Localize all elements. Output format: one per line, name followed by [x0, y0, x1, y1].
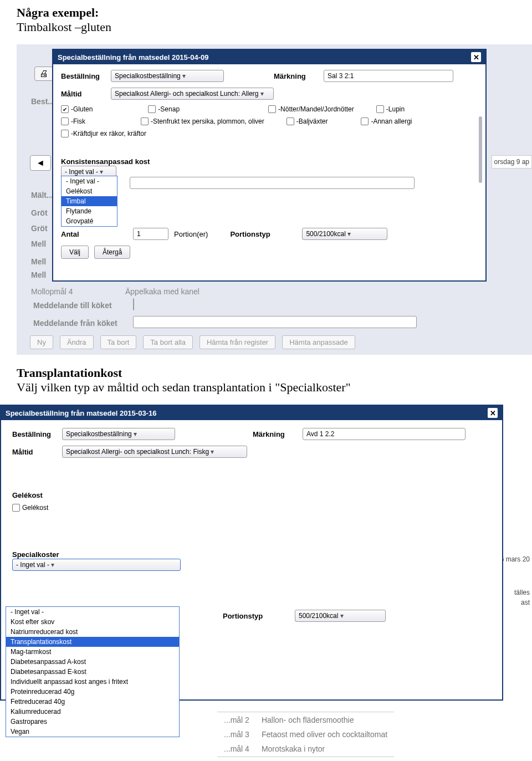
modal1-markning-label: Märkning [274, 72, 318, 80]
modal2-title: Specialbeställning från matsedel 2015-03… [6, 409, 156, 417]
modal1-close-icon[interactable]: ✕ [471, 52, 481, 62]
modal2-specialkoster-dropdown[interactable]: - Inget val - Kost efter skov Natriumred… [6, 606, 180, 737]
modal1-free-text[interactable] [130, 177, 415, 189]
cb-annan-allergi[interactable]: -Annan allergi [361, 118, 412, 125]
modal1-konsistens-label: Konsistensanpassad kost [61, 157, 478, 166]
modal2-ptyp-label: Portionstyp [223, 612, 267, 620]
bg-from-kitchen-input[interactable] [133, 316, 417, 328]
modal1-portion-unit: Portion(er) [174, 230, 208, 238]
modal2-ptyp-select[interactable]: 500/2100kcal [295, 610, 386, 622]
bg-btn-ny[interactable]: Ny [30, 335, 53, 349]
special-opt-2[interactable]: Natriumreducerad kost [6, 627, 179, 637]
modal1-bestallning-label: Beställning [61, 72, 105, 80]
screenshot-2-area: 16 mars 20 tälles ast ...mål 2Hallon- oc… [0, 405, 532, 761]
special-opt-10[interactable]: Kaliumreducerad [6, 707, 179, 717]
modal2-gelekost-section: Gelékost [12, 491, 491, 499]
special-opt-12[interactable]: Vegan [6, 727, 179, 737]
modal1-ptyp-label: Portionstyp [230, 230, 274, 238]
konsist-opt-0[interactable]: - Inget val - [62, 176, 117, 186]
cb-notter[interactable]: -Nötter/Mandel/Jordnötter [268, 105, 354, 113]
special-opt-11[interactable]: Gastropares [6, 717, 179, 727]
modal1-checkbox-row-1: ✔-Gluten -Senap -Nötter/Mandel/Jordnötte… [61, 105, 478, 113]
special-opt-7[interactable]: Individuellt anpassad kost anges i frite… [6, 677, 179, 687]
bg-row-malt: Mält... [31, 191, 53, 200]
bg-row-grot1: Gröt [31, 208, 48, 217]
bg-meal4-val: Äppelkaka med kanel [125, 287, 200, 296]
bg-row-mell3: Mell [31, 270, 46, 279]
bg-to-kitchen-input[interactable] [133, 298, 134, 310]
table-row: ...mål 2Hallon- och flädersmoothie [218, 713, 393, 727]
modal1-checkbox-row-3: -Kräftdjur ex räkor, kräftor [61, 130, 478, 137]
modal1-aterga-button[interactable]: Återgå [94, 246, 130, 259]
modal2-close-icon[interactable]: ✕ [488, 408, 498, 418]
modal2-markning-label: Märkning [253, 430, 297, 438]
modal1-markning-input[interactable]: Sal 3 2:1 [324, 70, 453, 82]
konsist-opt-3[interactable]: Flytande [62, 206, 117, 216]
modal1-bestallning-select[interactable]: Specialkostbeställning [111, 70, 224, 82]
bg-btn-tabortalla[interactable]: Ta bort alla [143, 335, 193, 349]
special-opt-6[interactable]: Diabetesanpassad E-kost [6, 667, 179, 677]
bg-btn-andra[interactable]: Ändra [60, 335, 94, 349]
example-2-title: Transplantationkost [17, 366, 532, 380]
print-icon[interactable]: 🖨 [34, 67, 53, 81]
screenshot-1-area: 🖨 Best... ◄ Mält... Gröt Gröt Mell Mell … [17, 44, 532, 355]
special-opt-3[interactable]: Transplantationskost [6, 637, 179, 647]
modal2-bestallning-select[interactable]: Specialkostbeställning [62, 428, 175, 440]
modal-specialbestallning-1: Specialbeställning från matsedel 2015-04… [52, 49, 487, 282]
bg-row-grot2: Gröt [31, 224, 48, 233]
modal1-ptyp-select[interactable]: 500/2100kcal [302, 228, 387, 240]
modal2-maltid-label: Måltid [12, 448, 57, 456]
bg-from-kitchen-label: Meddelande från köket [33, 319, 117, 328]
bg-button-row: Ny Ändra Ta bort Ta bort alla Hämta från… [30, 335, 355, 349]
cb-fisk[interactable]: -Fisk [61, 118, 85, 125]
modal1-antal-input[interactable]: 1 [133, 228, 168, 240]
bg-label-best: Best... [31, 97, 54, 106]
cb-gelekost[interactable]: Gelékost [12, 504, 491, 512]
special-opt-8[interactable]: Proteinreducerad 40g [6, 687, 179, 697]
bg-btn-hamtaregister[interactable]: Hämta från register [200, 335, 275, 349]
bg2-meal-table: ...mål 2Hallon- och flädersmoothie ...må… [217, 712, 394, 757]
modal1-maltid-select[interactable]: Specialkost Allergi- och specialkost Lun… [111, 88, 274, 100]
konsist-opt-4[interactable]: Grovpaté [62, 216, 117, 226]
bg-to-kitchen-label: Meddelande till köket [33, 301, 112, 310]
bg-meal4-label: Mollopmål 4 [31, 287, 73, 296]
example-1-title: Timbalkost –gluten [17, 20, 532, 34]
example-2-desc: Välj vilken typ av måltid och sedan tran… [17, 380, 532, 395]
modal2-specialkoster-label: Specialkoster [12, 550, 491, 559]
modal1-scrollbar[interactable] [479, 116, 482, 183]
bg-row-mell2: Mell [31, 257, 46, 266]
modal1-antal-label: Antal [61, 230, 83, 238]
table-row: ...mål 3Fetaost med oliver och cocktailt… [218, 728, 393, 741]
konsist-opt-2[interactable]: Timbal [62, 196, 117, 206]
cb-stenfrukt[interactable]: -Stenfrukt tex persika, plommon, oliver [141, 118, 264, 125]
bg2-right-stalls2: ast [519, 597, 532, 607]
modal1-konsistens-dropdown[interactable]: - Inget val - Gelékost Timbal Flytande G… [61, 176, 117, 227]
cb-baljvaxter[interactable]: -Baljväxter [287, 118, 328, 125]
modal2-bestallning-label: Beställning [12, 430, 57, 438]
cb-lupin[interactable]: -Lupin [376, 105, 405, 113]
cb-kraftdjur[interactable]: -Kräftdjur ex räkor, kräftor [61, 130, 146, 137]
table-row: ...mål 4Morotskaka i nytor [218, 742, 393, 755]
page-heading: Några exempel: [17, 6, 532, 20]
modal1-title: Specialbeställning från matsedel 2015-04… [58, 53, 208, 62]
bg-btn-tabort[interactable]: Ta bort [100, 335, 137, 349]
bg-row-mell1: Mell [31, 239, 46, 248]
bg-btn-hamtaanpassade[interactable]: Hämta anpassade [282, 335, 355, 349]
bg-right-date: orsdag 9 ap [492, 155, 532, 168]
konsist-opt-1[interactable]: Gelékost [62, 186, 117, 196]
special-opt-0[interactable]: - Inget val - [6, 607, 179, 617]
cb-senap[interactable]: -Senap [148, 105, 180, 113]
modal1-checkbox-row-2: -Fisk -Stenfrukt tex persika, plommon, o… [61, 118, 478, 125]
cb-gluten[interactable]: ✔-Gluten [61, 105, 93, 113]
bg2-right-stalls1: tälles [512, 588, 532, 597]
special-opt-5[interactable]: Diabetesanpassad A-kost [6, 657, 179, 667]
modal2-specialkoster-select[interactable]: - Inget val - [12, 559, 181, 571]
back-arrow-button[interactable]: ◄ [30, 155, 51, 171]
modal1-maltid-label: Måltid [61, 90, 105, 98]
special-opt-1[interactable]: Kost efter skov [6, 617, 179, 627]
modal2-maltid-select[interactable]: Specialkost Allergi- och specialkost Lun… [62, 446, 247, 458]
modal1-valj-button[interactable]: Välj [61, 246, 89, 259]
special-opt-9[interactable]: Fettreducerad 40g [6, 697, 179, 707]
special-opt-4[interactable]: Mag-tarmkost [6, 647, 179, 657]
modal2-markning-input[interactable]: Avd 1 2.2 [303, 428, 466, 440]
